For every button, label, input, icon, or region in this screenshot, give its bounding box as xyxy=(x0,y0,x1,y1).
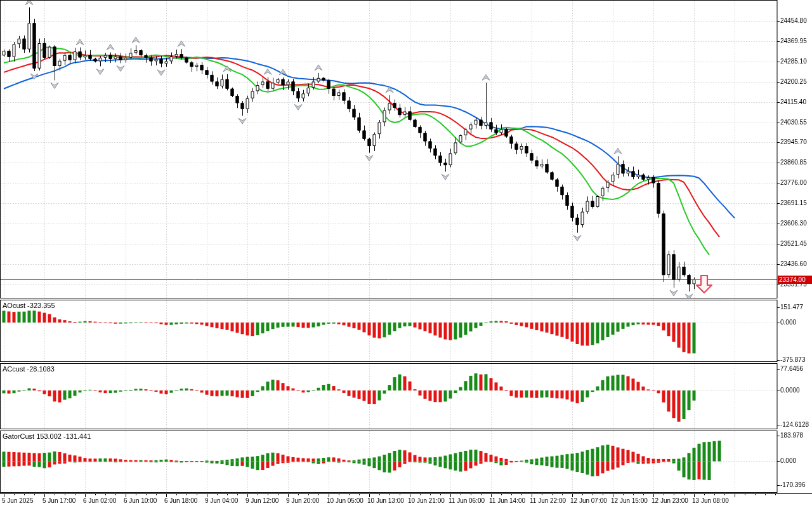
price-axis-label: 23860.85 xyxy=(780,159,807,166)
price-axis-label: 24369.95 xyxy=(780,38,807,44)
price-axis-label: 23945.70 xyxy=(780,139,807,145)
time-axis-label: 6 Jun 18:00 xyxy=(164,498,197,504)
price-axis-label: 23436.60 xyxy=(780,261,807,267)
price-axis-label: 24285.10 xyxy=(780,58,807,65)
time-axis-label: 10 Jun 05:00 xyxy=(327,498,363,504)
ao-indicator-panel[interactable] xyxy=(0,300,777,362)
price-axis-label: 24200.25 xyxy=(780,79,807,85)
sell-signal-arrow-icon xyxy=(695,274,714,295)
gator-indicator-panel[interactable] xyxy=(0,431,777,493)
price-axis-label: 23606.30 xyxy=(780,220,807,227)
time-axis-label: 5 Jun 2025 xyxy=(2,498,34,504)
time-axis-label: 9 Jun 20:00 xyxy=(286,498,319,504)
price-axis-label: 23521.45 xyxy=(780,241,807,247)
price-axis-label: 24115.40 xyxy=(780,99,806,105)
trading-chart-window: AOcust -323.355 ACcust -28.1083 GatorCus… xyxy=(0,0,812,508)
time-axis-label: 12 Jun 23:00 xyxy=(652,498,688,504)
time-axis-label: 5 Jun 17:00 xyxy=(43,498,75,504)
ao-axis-label: 0.000 xyxy=(780,319,796,326)
time-axis-label: 11 Jun 06:00 xyxy=(449,498,485,504)
ao-panel-title: AOcust -323.355 xyxy=(3,302,55,309)
ao-axis-label: 151.477 xyxy=(780,304,803,311)
time-axis-label: 9 Jun 12:00 xyxy=(246,498,278,504)
price-axis-label: 23691.15 xyxy=(780,200,807,206)
ac-axis-label: 0.0000 xyxy=(780,387,800,394)
time-axis-label: 10 Jun 21:00 xyxy=(408,498,445,504)
gator-axis-label: 0.000 xyxy=(780,458,796,464)
time-axis-label: 11 Jun 22:00 xyxy=(530,498,566,504)
time-axis-label: 11 Jun 14:00 xyxy=(489,498,525,504)
gator-panel-title: GatorCust 153.002 -131.441 xyxy=(3,432,91,440)
current-price-badge: 23374.00 xyxy=(778,276,812,284)
gator-axis-label: 183.978 xyxy=(780,432,803,439)
time-axis-label: 6 Jun 02:00 xyxy=(83,498,116,504)
ac-axis-label: -124.6128 xyxy=(780,422,809,428)
gator-axis-label: -170.396 xyxy=(780,482,805,488)
time-axis-label: 9 Jun 04:00 xyxy=(205,498,238,504)
time-axis-label: 6 Jun 10:00 xyxy=(124,498,157,504)
price-axis-label: 23776.00 xyxy=(780,180,807,186)
time-axis-label: 10 Jun 13:00 xyxy=(367,498,404,504)
ac-indicator-panel[interactable] xyxy=(0,363,777,429)
price-axis-label: 24454.80 xyxy=(780,18,807,24)
ac-axis-label: 77.6456 xyxy=(780,366,803,372)
time-axis-label: 12 Jun 15:00 xyxy=(611,498,648,504)
time-axis[interactable] xyxy=(0,494,812,508)
ac-panel-title: ACcust -28.1083 xyxy=(3,365,55,373)
price-axis-label: 24030.55 xyxy=(780,119,807,126)
main-chart-panel[interactable] xyxy=(0,0,777,298)
ao-axis-label: -375.873 xyxy=(780,357,805,363)
time-axis-label: 13 Jun 08:00 xyxy=(692,498,729,504)
time-axis-label: 12 Jun 07:00 xyxy=(570,498,607,504)
